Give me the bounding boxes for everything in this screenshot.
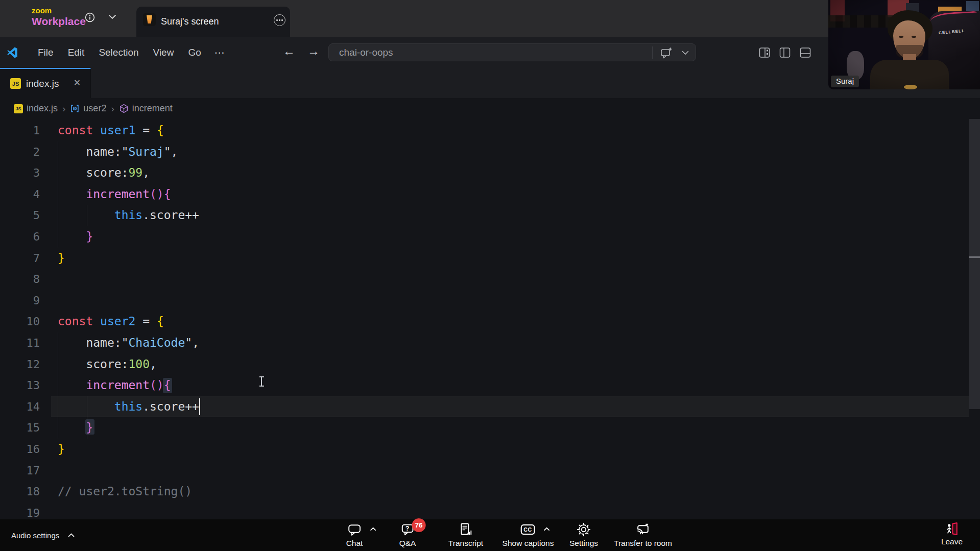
menu-edit[interactable]: Edit (61, 47, 92, 58)
participant-name-label: Suraj (831, 76, 859, 87)
javascript-file-icon: JS (10, 78, 21, 89)
chat-chevron-up-icon[interactable] (370, 527, 376, 531)
symbol-object-icon (70, 104, 80, 113)
captions-button[interactable]: CCShow captions (503, 522, 554, 548)
text-cursor (199, 398, 200, 415)
navigate-forward-icon[interactable]: → (307, 44, 320, 58)
captions-label: Show captions (503, 539, 554, 548)
breadcrumb-item-index-js[interactable]: JSindex.js (14, 103, 58, 114)
vscode-logo-icon (7, 47, 18, 58)
shared-screen-tab[interactable]: Suraj's screen (136, 7, 290, 37)
menu-view[interactable]: View (146, 47, 181, 58)
captions-chevron-up-icon[interactable] (544, 527, 550, 531)
code-line-18[interactable]: // user2.toString() (58, 481, 199, 502)
command-center-search[interactable]: chai-or-oops (328, 43, 696, 61)
more-options-icon[interactable] (274, 14, 285, 26)
navigate-back-icon[interactable]: ← (283, 44, 295, 58)
zoom-workplace-logo: zoom Workplace (32, 7, 86, 27)
breadcrumb-separator: › (62, 103, 65, 114)
line-number: 12 (0, 354, 40, 375)
chevron-up-icon[interactable] (68, 533, 75, 537)
code-line-17[interactable] (58, 460, 199, 482)
command-center-divider (652, 46, 653, 59)
copilot-chat-icon[interactable] (660, 46, 673, 60)
transfer-button[interactable]: Transfer to room (614, 522, 672, 548)
line-number: 4 (0, 184, 40, 205)
line-number: 15 (0, 417, 40, 439)
tab-index-js[interactable]: JS index.js × (0, 68, 91, 98)
code-content[interactable]: const user1 = { name:"Suraj", score:99, … (58, 120, 199, 519)
code-line-11[interactable]: name:"ChaiCode", (58, 332, 199, 354)
breadcrumb-separator: › (111, 103, 114, 114)
qa-icon: ?76 (400, 522, 415, 537)
line-number: 10 (0, 311, 40, 332)
code-line-15[interactable]: } (58, 417, 199, 439)
toggle-sidebar-icon[interactable] (779, 46, 791, 59)
gear-icon (577, 522, 591, 537)
breadcrumb-label: increment (132, 103, 173, 114)
cast-icon (636, 522, 651, 537)
line-number: 9 (0, 290, 40, 312)
breadcrumb-item-user2[interactable]: user2 (70, 103, 106, 114)
menu-file[interactable]: File (31, 47, 61, 58)
code-line-13[interactable]: increment(){ (58, 375, 199, 396)
audio-settings-button[interactable]: Audio settings (11, 519, 75, 551)
chai-cup-icon (143, 13, 156, 26)
audio-settings-label: Audio settings (11, 531, 59, 540)
line-number: 16 (0, 439, 40, 460)
tab-file-name: index.js (26, 69, 59, 98)
code-editor[interactable]: 12345678910111213141516171819 const user… (0, 119, 980, 519)
code-line-2[interactable]: name:"Suraj", (58, 141, 199, 163)
code-line-3[interactable]: score:99, (58, 162, 199, 184)
svg-text:CC: CC (524, 527, 533, 533)
command-center-chevron-icon[interactable] (682, 51, 689, 55)
line-number: 3 (0, 162, 40, 184)
code-line-14[interactable]: this.score++ (58, 396, 199, 418)
breadcrumb-item-increment[interactable]: increment (119, 103, 173, 114)
qa-count-badge: 76 (412, 518, 425, 532)
transcript-button[interactable]: Transcript (448, 522, 483, 548)
editor-scrollbar[interactable] (969, 119, 980, 409)
transfer-label: Transfer to room (614, 539, 672, 548)
cc-icon: CC (520, 522, 536, 537)
chat-icon (347, 522, 362, 537)
code-line-4[interactable]: increment(){ (58, 184, 199, 205)
line-number: 6 (0, 226, 40, 248)
line-number: 13 (0, 375, 40, 396)
breadcrumb-label: user2 (83, 103, 106, 114)
chat-button[interactable]: Chat (346, 522, 363, 548)
info-icon[interactable] (85, 12, 95, 22)
meeting-toolbar: Audio settings Chat?76Q&ATranscriptCCSho… (0, 519, 980, 551)
code-line-5[interactable]: this.score++ (58, 205, 199, 226)
line-number: 14 (0, 396, 40, 418)
svg-text:?: ? (405, 524, 409, 532)
symbol-method-icon (119, 104, 129, 113)
line-number: 1 (0, 120, 40, 141)
qa-button[interactable]: ?76Q&A (399, 522, 416, 548)
chevron-down-icon[interactable] (108, 14, 116, 19)
settings-button[interactable]: Settings (569, 522, 598, 548)
shared-screen-title: Suraj's screen (161, 7, 219, 37)
code-line-16[interactable]: } (58, 439, 199, 460)
tab-close-icon[interactable]: × (70, 76, 84, 89)
line-number: 8 (0, 269, 40, 290)
code-line-8[interactable] (58, 269, 199, 290)
code-line-6[interactable]: } (58, 226, 199, 248)
scrollbar-cursor-marker (969, 256, 980, 258)
line-number: 2 (0, 141, 40, 163)
toggle-panel-icon[interactable] (799, 46, 811, 59)
menu-selection[interactable]: Selection (91, 47, 146, 58)
command-center-text: chai-or-oops (339, 44, 393, 61)
leave-button[interactable]: Leave (941, 522, 963, 546)
code-line-7[interactable]: } (58, 248, 199, 269)
code-line-10[interactable]: const user2 = { (58, 311, 199, 332)
code-line-12[interactable]: score:100, (58, 354, 199, 375)
code-line-1[interactable]: const user1 = { (58, 120, 199, 141)
customize-layout-icon[interactable] (758, 46, 771, 59)
line-number: 17 (0, 460, 40, 482)
code-line-19[interactable] (58, 502, 199, 519)
qa-label: Q&A (399, 539, 416, 548)
menu-more-icon[interactable]: ⋯ (208, 46, 231, 59)
code-line-9[interactable] (58, 290, 199, 312)
menu-go[interactable]: Go (181, 47, 208, 58)
